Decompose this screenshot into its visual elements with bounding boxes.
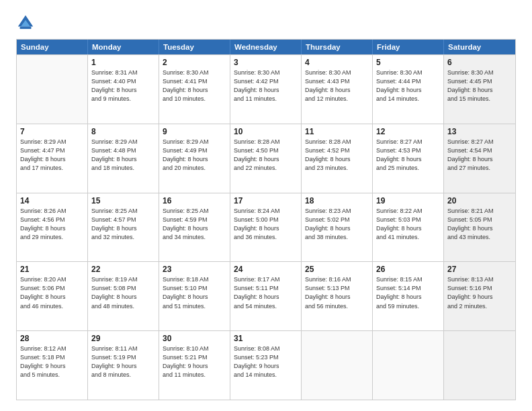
calendar-cell [373, 331, 444, 400]
header-day-friday: Friday [373, 40, 444, 54]
calendar-cell: 13Sunrise: 8:27 AMSunset: 4:54 PMDayligh… [444, 124, 515, 193]
day-number: 9 [163, 127, 226, 136]
calendar-cell: 16Sunrise: 8:25 AMSunset: 4:59 PMDayligh… [159, 193, 230, 262]
day-number: 20 [447, 196, 512, 205]
calendar-cell: 12Sunrise: 8:27 AMSunset: 4:53 PMDayligh… [373, 124, 444, 193]
cell-info: Sunrise: 8:17 AMSunset: 5:11 PMDaylight:… [234, 275, 298, 310]
cell-info: Sunrise: 8:11 AMSunset: 5:19 PMDaylight:… [91, 345, 155, 379]
cell-info: Sunrise: 8:26 AMSunset: 4:56 PMDaylight:… [20, 207, 84, 242]
day-number: 13 [447, 127, 512, 136]
cell-info: Sunrise: 8:30 AMSunset: 4:41 PMDaylight:… [163, 68, 226, 103]
day-number: 24 [234, 265, 298, 274]
cell-info: Sunrise: 8:25 AMSunset: 4:57 PMDaylight:… [91, 207, 155, 242]
cell-info: Sunrise: 8:29 AMSunset: 4:49 PMDaylight:… [163, 138, 226, 173]
calendar-cell [444, 331, 515, 400]
header-day-wednesday: Wednesday [230, 40, 302, 54]
day-number: 17 [234, 196, 298, 205]
cell-info: Sunrise: 8:15 AMSunset: 5:14 PMDaylight:… [376, 275, 440, 310]
calendar-cell: 15Sunrise: 8:25 AMSunset: 4:57 PMDayligh… [88, 193, 159, 262]
day-number: 22 [91, 265, 155, 274]
calendar-row-3: 14Sunrise: 8:26 AMSunset: 4:56 PMDayligh… [17, 193, 515, 262]
day-number: 30 [163, 334, 226, 343]
calendar-cell: 7Sunrise: 8:29 AMSunset: 4:47 PMDaylight… [17, 124, 88, 193]
cell-info: Sunrise: 8:29 AMSunset: 4:47 PMDaylight:… [20, 138, 84, 173]
day-number: 6 [447, 58, 512, 67]
calendar-row-5: 28Sunrise: 8:12 AMSunset: 5:18 PMDayligh… [17, 330, 515, 400]
cell-info: Sunrise: 8:27 AMSunset: 4:54 PMDaylight:… [447, 138, 512, 173]
cell-info: Sunrise: 8:12 AMSunset: 5:18 PMDaylight:… [20, 345, 84, 379]
cell-info: Sunrise: 8:19 AMSunset: 5:08 PMDaylight:… [91, 275, 155, 310]
cell-info: Sunrise: 8:28 AMSunset: 4:50 PMDaylight:… [234, 138, 298, 173]
calendar-row-1: 1Sunrise: 8:31 AMSunset: 4:40 PMDaylight… [17, 54, 515, 124]
day-number: 15 [91, 196, 155, 205]
calendar-cell: 22Sunrise: 8:19 AMSunset: 5:08 PMDayligh… [88, 262, 159, 330]
day-number: 26 [376, 265, 440, 274]
day-number: 28 [20, 334, 84, 343]
cell-info: Sunrise: 8:13 AMSunset: 5:16 PMDaylight:… [447, 275, 512, 310]
calendar-cell: 10Sunrise: 8:28 AMSunset: 4:50 PMDayligh… [230, 124, 302, 193]
cell-info: Sunrise: 8:08 AMSunset: 5:23 PMDaylight:… [234, 345, 298, 379]
day-number: 25 [305, 265, 369, 274]
calendar-cell: 8Sunrise: 8:29 AMSunset: 4:48 PMDaylight… [88, 124, 159, 193]
cell-info: Sunrise: 8:10 AMSunset: 5:21 PMDaylight:… [163, 345, 226, 379]
day-number: 5 [376, 58, 440, 67]
calendar-cell: 1Sunrise: 8:31 AMSunset: 4:40 PMDaylight… [88, 55, 159, 124]
cell-info: Sunrise: 8:23 AMSunset: 5:02 PMDaylight:… [305, 207, 369, 242]
calendar-cell: 6Sunrise: 8:30 AMSunset: 4:45 PMDaylight… [444, 55, 515, 124]
day-number: 7 [20, 127, 84, 136]
calendar-cell: 3Sunrise: 8:30 AMSunset: 4:42 PMDaylight… [230, 55, 302, 124]
calendar-cell: 30Sunrise: 8:10 AMSunset: 5:21 PMDayligh… [159, 331, 230, 400]
calendar-cell: 21Sunrise: 8:20 AMSunset: 5:06 PMDayligh… [17, 262, 88, 330]
calendar-cell: 14Sunrise: 8:26 AMSunset: 4:56 PMDayligh… [17, 193, 88, 262]
calendar-cell: 23Sunrise: 8:18 AMSunset: 5:10 PMDayligh… [159, 262, 230, 330]
day-number: 10 [234, 127, 298, 136]
day-number: 23 [163, 265, 226, 274]
page: SundayMondayTuesdayWednesdayThursdayFrid… [0, 0, 532, 411]
calendar-cell [17, 55, 88, 124]
day-number: 8 [91, 127, 155, 136]
day-number: 1 [91, 58, 155, 67]
calendar-header: SundayMondayTuesdayWednesdayThursdayFrid… [17, 40, 515, 54]
calendar-cell: 9Sunrise: 8:29 AMSunset: 4:49 PMDaylight… [159, 124, 230, 193]
calendar-cell: 28Sunrise: 8:12 AMSunset: 5:18 PMDayligh… [17, 331, 88, 400]
cell-info: Sunrise: 8:31 AMSunset: 4:40 PMDaylight:… [91, 68, 155, 103]
calendar-cell: 18Sunrise: 8:23 AMSunset: 5:02 PMDayligh… [302, 193, 373, 262]
header-day-sunday: Sunday [17, 40, 88, 54]
calendar-cell: 19Sunrise: 8:22 AMSunset: 5:03 PMDayligh… [373, 193, 444, 262]
header-day-monday: Monday [88, 40, 159, 54]
day-number: 29 [91, 334, 155, 343]
calendar-cell: 26Sunrise: 8:15 AMSunset: 5:14 PMDayligh… [373, 262, 444, 330]
cell-info: Sunrise: 8:24 AMSunset: 5:00 PMDaylight:… [234, 207, 298, 242]
logo-icon [16, 13, 35, 32]
cell-info: Sunrise: 8:30 AMSunset: 4:43 PMDaylight:… [305, 68, 369, 103]
header-day-saturday: Saturday [444, 40, 515, 54]
calendar-cell: 17Sunrise: 8:24 AMSunset: 5:00 PMDayligh… [230, 193, 302, 262]
calendar-cell: 20Sunrise: 8:21 AMSunset: 5:05 PMDayligh… [444, 193, 515, 262]
calendar-cell [302, 331, 373, 400]
day-number: 14 [20, 196, 84, 205]
day-number: 16 [163, 196, 226, 205]
day-number: 12 [376, 127, 440, 136]
calendar-cell: 29Sunrise: 8:11 AMSunset: 5:19 PMDayligh… [88, 331, 159, 400]
calendar-cell: 27Sunrise: 8:13 AMSunset: 5:16 PMDayligh… [444, 262, 515, 330]
day-number: 31 [234, 334, 298, 343]
calendar-cell: 24Sunrise: 8:17 AMSunset: 5:11 PMDayligh… [230, 262, 302, 330]
calendar-row-2: 7Sunrise: 8:29 AMSunset: 4:47 PMDaylight… [17, 124, 515, 193]
calendar-cell: 25Sunrise: 8:16 AMSunset: 5:13 PMDayligh… [302, 262, 373, 330]
day-number: 19 [376, 196, 440, 205]
svg-rect-2 [20, 27, 32, 30]
day-number: 11 [305, 127, 369, 136]
calendar-cell: 31Sunrise: 8:08 AMSunset: 5:23 PMDayligh… [230, 331, 302, 400]
cell-info: Sunrise: 8:16 AMSunset: 5:13 PMDaylight:… [305, 275, 369, 310]
cell-info: Sunrise: 8:27 AMSunset: 4:53 PMDaylight:… [376, 138, 440, 173]
calendar-body: 1Sunrise: 8:31 AMSunset: 4:40 PMDaylight… [17, 54, 515, 400]
cell-info: Sunrise: 8:30 AMSunset: 4:44 PMDaylight:… [376, 68, 440, 103]
calendar: SundayMondayTuesdayWednesdayThursdayFrid… [16, 39, 516, 400]
day-number: 18 [305, 196, 369, 205]
cell-info: Sunrise: 8:25 AMSunset: 4:59 PMDaylight:… [163, 207, 226, 242]
calendar-cell: 2Sunrise: 8:30 AMSunset: 4:41 PMDaylight… [159, 55, 230, 124]
cell-info: Sunrise: 8:30 AMSunset: 4:45 PMDaylight:… [447, 68, 512, 103]
cell-info: Sunrise: 8:30 AMSunset: 4:42 PMDaylight:… [234, 68, 298, 103]
logo [16, 13, 38, 32]
header [16, 13, 516, 32]
